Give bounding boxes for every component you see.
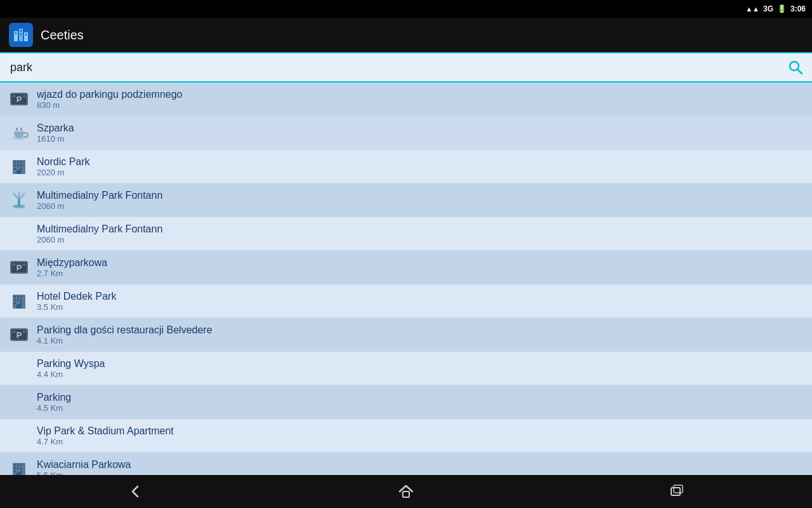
svg-rect-66 <box>671 488 680 495</box>
svg-rect-21 <box>14 164 16 166</box>
svg-rect-4 <box>20 30 22 32</box>
item-name: Międzyparkowa <box>37 257 107 269</box>
no-icon <box>8 222 30 245</box>
svg-rect-5 <box>20 33 22 35</box>
svg-rect-58 <box>20 467 22 469</box>
svg-rect-3 <box>15 32 16 34</box>
item-text: Multimedialny Park Fontann 2060 m <box>37 224 162 244</box>
list-item[interactable]: P Parking dla gości restauracji Belveder… <box>0 318 812 352</box>
app-title: Ceeties <box>41 28 84 43</box>
signal-label: 3G <box>763 4 773 13</box>
item-distance: 4.5 Km <box>37 403 71 413</box>
svg-rect-39 <box>17 296 19 298</box>
item-name: Kwiaciarnia Parkowa <box>37 459 131 471</box>
item-text: Nordic Park 2020 m <box>37 156 90 177</box>
item-distance: 4.4 Km <box>37 370 105 379</box>
item-text: Hotel Dedek Park 3.5 Km <box>37 291 116 312</box>
parking-icon: P <box>8 256 30 279</box>
item-name: Szparka <box>37 123 74 134</box>
item-name: Multimedialny Park Fontann <box>37 224 162 235</box>
svg-rect-42 <box>17 299 19 301</box>
list-item[interactable]: Parking 4.5 Km <box>0 385 812 419</box>
svg-rect-12 <box>13 95 15 97</box>
list-item[interactable]: Hotel Dedek Park 3.5 Km <box>0 284 812 318</box>
search-bar <box>0 53 812 83</box>
svg-rect-15 <box>16 128 18 131</box>
svg-rect-20 <box>20 161 22 163</box>
svg-point-29 <box>13 192 15 195</box>
list-item[interactable]: Vip Park & Stadium Apartment 4.7 Km <box>0 419 812 453</box>
list-item[interactable]: Kwiaciarnia Parkowa 5.5 Km <box>0 453 812 475</box>
svg-rect-24 <box>14 168 16 170</box>
svg-rect-45 <box>20 302 22 304</box>
item-name: Parking dla gości restauracji Belvedere <box>37 324 213 336</box>
no-icon <box>8 424 30 447</box>
item-text: Vip Park & Stadium Apartment 4.7 Km <box>37 425 174 446</box>
building-icon <box>8 458 30 475</box>
svg-line-8 <box>798 70 802 74</box>
list-item[interactable]: Multimedialny Park Fontann 2060 m <box>0 217 812 251</box>
svg-rect-55 <box>20 464 22 466</box>
list-item[interactable]: Parking Wyspa 4.4 Km <box>0 352 812 385</box>
svg-rect-36 <box>23 264 25 265</box>
item-distance: 5.5 Km <box>37 471 131 476</box>
svg-rect-38 <box>14 296 16 298</box>
svg-rect-41 <box>14 299 16 301</box>
svg-rect-6 <box>25 34 27 36</box>
battery-icon: 🔋 <box>777 4 787 13</box>
item-text: Parking dla gości restauracji Belvedere … <box>37 324 213 345</box>
svg-rect-56 <box>14 467 16 469</box>
svg-text:P: P <box>16 263 22 272</box>
search-input[interactable] <box>5 61 784 74</box>
item-distance: 2.7 Km <box>37 269 107 278</box>
svg-rect-13 <box>23 95 25 97</box>
list-item[interactable]: Szparka 1610 m <box>0 116 812 150</box>
svg-rect-28 <box>18 199 20 206</box>
item-name: Parking Wyspa <box>37 358 105 370</box>
svg-rect-54 <box>17 464 19 466</box>
search-button[interactable] <box>784 56 807 79</box>
list-item[interactable]: Multimedialny Park Fontann 2060 m <box>0 184 812 217</box>
svg-text:P: P <box>16 95 22 104</box>
nav-bar <box>0 475 812 508</box>
cafe-icon <box>8 121 30 144</box>
item-distance: 4.7 Km <box>37 437 174 446</box>
item-text: Multimedialny Park Fontann 2060 m <box>37 190 162 211</box>
recents-button[interactable] <box>658 479 696 504</box>
back-button[interactable] <box>116 479 154 504</box>
svg-text:P: P <box>16 330 22 340</box>
svg-rect-59 <box>14 471 16 472</box>
svg-rect-18 <box>14 161 16 163</box>
svg-rect-57 <box>17 467 19 469</box>
item-distance: 4.1 Km <box>37 336 213 345</box>
item-distance: 2020 m <box>37 168 90 177</box>
item-name: Vip Park & Stadium Apartment <box>37 425 174 437</box>
svg-rect-26 <box>16 170 22 174</box>
app-logo <box>9 23 33 47</box>
item-text: Parking Wyspa 4.4 Km <box>37 358 105 379</box>
parking-icon: P <box>8 323 30 346</box>
item-text: Szparka 1610 m <box>37 123 74 144</box>
svg-rect-40 <box>20 296 22 298</box>
clock: 3:06 <box>790 4 806 13</box>
parking-icon: P <box>8 88 30 110</box>
svg-rect-16 <box>20 128 22 131</box>
svg-rect-51 <box>23 331 25 333</box>
fountain-icon <box>8 189 30 211</box>
item-distance: 1610 m <box>37 134 74 144</box>
svg-rect-67 <box>674 485 683 493</box>
svg-rect-35 <box>13 264 15 265</box>
item-text: wjazd do parkingu podziemnego 830 m <box>37 89 182 110</box>
status-bar: ▲▲ 3G 🔋 3:06 <box>0 0 812 18</box>
item-name: wjazd do parkingu podziemnego <box>37 89 182 100</box>
list-item[interactable]: Nordic Park 2020 m <box>0 150 812 184</box>
item-distance: 830 m <box>37 100 182 110</box>
signal-icon: ▲▲ <box>745 5 759 13</box>
svg-rect-65 <box>403 491 409 497</box>
list-item[interactable]: P wjazd do parkingu podziemnego 830 m <box>0 83 812 116</box>
home-button[interactable] <box>387 479 425 504</box>
app-header: Ceeties <box>0 18 812 53</box>
item-distance: 3.5 Km <box>37 302 116 312</box>
list-item[interactable]: P Międzyparkowa 2.7 Km <box>0 251 812 284</box>
item-name: Parking <box>37 392 71 403</box>
